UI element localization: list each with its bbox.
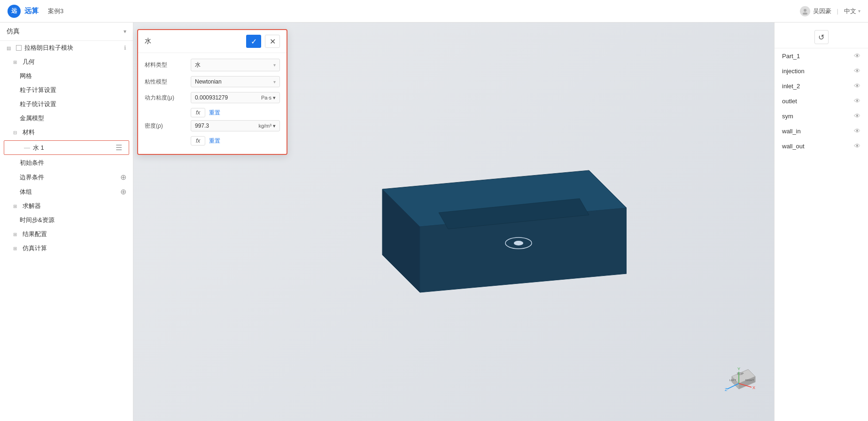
right-item-injection[interactable]: injection 👁	[775, 63, 868, 78]
user-avatar-icon	[800, 6, 810, 16]
material-type-label: 材料类型	[145, 61, 187, 69]
svg-point-1	[803, 12, 807, 15]
sidebar-item-lagrange[interactable]: ▤ 拉格朗日粒子模块 ℹ	[0, 41, 133, 55]
chevron-down-icon: ▾	[273, 79, 276, 84]
sidebar-item-metal-model[interactable]: 金属模型	[0, 111, 133, 125]
add-boundary-icon[interactable]: ⊕	[120, 173, 126, 182]
sidebar-item-volume-group[interactable]: 体组 ⊕	[0, 184, 133, 199]
menu-icon[interactable]: ☰	[116, 143, 122, 152]
material-type-value: 水	[195, 61, 271, 69]
sidebar-item-materials[interactable]: ⊟ 材料	[0, 125, 133, 139]
right-item-inlet2[interactable]: inlet_2 👁	[775, 78, 868, 93]
visibility-icon[interactable]: 👁	[854, 52, 860, 60]
visibility-icon[interactable]: 👁	[854, 67, 860, 75]
sidebar-item-sim-calc[interactable]: ⊞ 仿真计算	[0, 241, 133, 255]
expand-icon: ⊞	[13, 204, 20, 209]
axis-cube: TOP LEFT RIGHT Z Y X	[722, 351, 765, 393]
refresh-button[interactable]: ↺	[814, 30, 829, 44]
add-volume-icon[interactable]: ⊕	[120, 187, 126, 196]
right-item-sym[interactable]: sym 👁	[775, 108, 868, 123]
svg-point-7	[514, 241, 523, 245]
svg-text:RIGHT: RIGHT	[745, 379, 754, 382]
lagrange-label: 拉格朗日粒子模块	[24, 44, 73, 52]
logo-icon: 远	[8, 5, 21, 18]
expand-icon: ⊞	[13, 246, 20, 251]
viscosity-model-select[interactable]: Newtonian ▾	[191, 76, 280, 87]
right-item-part1[interactable]: Part_1 👁	[775, 48, 868, 63]
sidebar-item-results-config[interactable]: ⊞ 结果配置	[0, 227, 133, 241]
3d-model	[345, 133, 627, 311]
metal-model-label: 金属模型	[20, 114, 44, 122]
injection-label: injection	[782, 68, 805, 75]
confirm-button[interactable]: ✓	[246, 35, 261, 48]
right-panel: ↺ Part_1 👁 injection 👁 inlet_2 👁 outlet …	[774, 23, 868, 421]
info-icon: ℹ	[124, 45, 126, 51]
density-reset-link[interactable]: 重置	[209, 137, 220, 145]
panel-actions: ✓ ✕	[246, 35, 280, 48]
sym-label: sym	[782, 113, 793, 120]
geometry-label: 几何	[23, 58, 35, 66]
sidebar: 仿真 ▾ ▤ 拉格朗日粒子模块 ℹ ⊞ 几何 网格 粒子计算设置 粒子统计设置 …	[0, 23, 133, 421]
time-step-label: 时间步&资源	[20, 216, 54, 224]
visibility-icon[interactable]: 👁	[854, 112, 860, 120]
svg-text:Y: Y	[737, 367, 740, 371]
sidebar-item-time-step[interactable]: 时间步&资源	[0, 213, 133, 227]
material-type-select[interactable]: 水 ▾	[191, 59, 280, 71]
close-button[interactable]: ✕	[265, 35, 280, 48]
dash-icon: —	[24, 144, 30, 151]
user-name: 吴因豪	[813, 7, 831, 15]
material-type-row: 材料类型 水 ▾	[145, 59, 280, 71]
chevron-down-icon: ▾	[858, 8, 860, 14]
header-right: 吴因豪 | 中文 ▾	[800, 6, 860, 16]
visibility-icon[interactable]: 👁	[854, 142, 860, 150]
visibility-icon[interactable]: 👁	[854, 127, 860, 135]
density-label: 密度(ρ)	[145, 122, 187, 130]
panel-body: 材料类型 水 ▾ 粘性模型 Newtonian ▾ 动力粘度(μ) 0.0009…	[138, 53, 287, 154]
viscosity-model-value: Newtonian	[195, 78, 271, 85]
density-unit[interactable]: kg/m³ ▾	[258, 123, 276, 129]
density-input[interactable]: 997.3 kg/m³ ▾	[191, 120, 280, 131]
right-item-outlet[interactable]: outlet 👁	[775, 93, 868, 108]
expand-icon: ⊞	[13, 60, 20, 65]
sidebar-item-mesh[interactable]: 网格	[0, 69, 133, 83]
wall-out-label: wall_out	[782, 143, 805, 150]
sidebar-item-water1[interactable]: — 水 1 ☰	[4, 140, 129, 155]
density-fx-button[interactable]: fx	[191, 136, 205, 145]
sidebar-item-particle-stat[interactable]: 粒子统计设置	[0, 97, 133, 111]
sidebar-item-solver[interactable]: ⊞ 求解器	[0, 199, 133, 213]
viscosity-fx-button[interactable]: fx	[191, 108, 205, 117]
visibility-icon[interactable]: 👁	[854, 82, 860, 90]
dynamic-viscosity-row: 动力粘度(μ) 0.000931279 Pa·s ▾	[145, 92, 280, 103]
dynamic-viscosity-value: 0.000931279	[195, 94, 259, 101]
language-selector[interactable]: 中文 ▾	[844, 7, 860, 15]
particle-calc-label: 粒子计算设置	[20, 86, 56, 94]
sidebar-item-geometry[interactable]: ⊞ 几何	[0, 55, 133, 69]
sidebar-header: 仿真 ▾	[0, 23, 133, 41]
sidebar-item-init-cond[interactable]: 初始条件	[0, 156, 133, 170]
right-item-wall-out[interactable]: wall_out 👁	[775, 138, 868, 153]
expand-icon: ⊟	[13, 130, 20, 135]
panel-title: 水	[145, 37, 151, 46]
viscosity-unit[interactable]: Pa·s ▾	[261, 95, 276, 101]
boundary-cond-label: 边界条件	[20, 173, 44, 182]
sidebar-collapse-icon[interactable]: ▾	[124, 28, 126, 35]
tab-label[interactable]: 案例3	[48, 7, 63, 15]
solver-label: 求解器	[23, 202, 41, 210]
sidebar-item-particle-calc[interactable]: 粒子计算设置	[0, 83, 133, 97]
wall-in-label: wall_in	[782, 128, 801, 135]
right-item-wall-in[interactable]: wall_in 👁	[775, 123, 868, 138]
header: 远 远算 案例3 吴因豪 | 中文 ▾	[0, 0, 868, 23]
right-panel-toolbar: ↺	[775, 26, 868, 48]
svg-text:TOP: TOP	[737, 372, 744, 375]
particle-stat-label: 粒子统计设置	[20, 100, 56, 108]
dynamic-viscosity-input[interactable]: 0.000931279 Pa·s ▾	[191, 92, 280, 103]
dynamic-viscosity-label: 动力粘度(μ)	[145, 94, 187, 102]
axis-cube-svg: TOP LEFT RIGHT Z Y X	[722, 351, 765, 393]
sidebar-item-boundary-cond[interactable]: 边界条件 ⊕	[0, 170, 133, 184]
svg-text:LEFT: LEFT	[729, 379, 736, 382]
visibility-icon[interactable]: 👁	[854, 97, 860, 105]
init-cond-label: 初始条件	[20, 159, 44, 167]
density-row: 密度(ρ) 997.3 kg/m³ ▾	[145, 120, 280, 131]
viscosity-reset-link[interactable]: 重置	[209, 109, 220, 117]
water1-label: 水 1	[33, 144, 116, 152]
